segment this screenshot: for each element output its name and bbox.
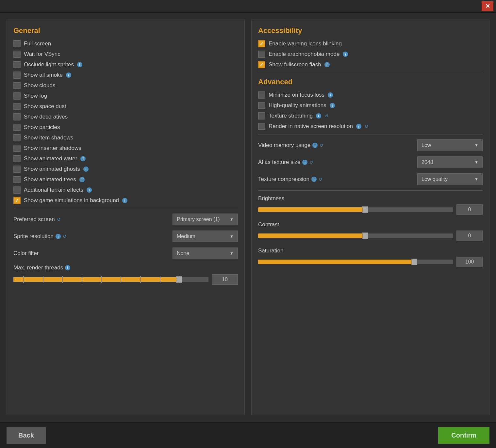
- checkbox-label-additional-terrain-effects: Additional terrain effects: [24, 187, 83, 193]
- advanced-checkboxes: Minimize on focus lossiHigh-quality anim…: [258, 91, 483, 130]
- bottom-bar: Back Confirm: [0, 422, 496, 448]
- preferred-screen-dropdown[interactable]: Primary screen (1) ▼: [173, 214, 238, 225]
- video-memory-dropdown[interactable]: Low ▼: [417, 139, 483, 151]
- texture-compression-dropdown[interactable]: Low quality ▼: [417, 173, 483, 185]
- checkbox-show-animated-water[interactable]: [13, 155, 21, 162]
- checkbox-high-quality-animations[interactable]: [258, 102, 265, 109]
- show-game-simulations-info-icon[interactable]: i: [122, 198, 127, 203]
- saturation-value: 100: [456, 257, 483, 267]
- checkbox-texture-streaming[interactable]: [258, 112, 265, 120]
- checkbox-show-animated-ghosts[interactable]: [13, 166, 21, 173]
- checkbox-row-show-clouds: Show clouds: [13, 82, 238, 89]
- confirm-button[interactable]: Confirm: [438, 427, 489, 444]
- minimize-focus-loss-info-icon[interactable]: i: [328, 92, 333, 98]
- checkbox-label-show-animated-ghosts: Show animated ghosts: [24, 166, 80, 172]
- sprite-resolution-refresh-icon[interactable]: ↺: [63, 234, 67, 239]
- saturation-track[interactable]: [258, 260, 453, 264]
- texture-compression-refresh-icon[interactable]: ↺: [319, 177, 322, 182]
- checkbox-label-enable-warning-icons: Enable warning icons blinking: [269, 40, 342, 47]
- video-memory-row: Video memory usage i ↺ Low ▼: [258, 139, 483, 151]
- contrast-thumb[interactable]: [362, 232, 368, 239]
- checkbox-row-show-decoratives: Show decoratives: [13, 113, 238, 120]
- checkbox-show-clouds[interactable]: [13, 82, 21, 89]
- accessibility-title: Accessibility: [258, 26, 483, 35]
- close-button[interactable]: ✕: [482, 1, 493, 11]
- checkbox-full-screen[interactable]: [13, 40, 21, 47]
- additional-terrain-effects-info-icon[interactable]: i: [87, 187, 92, 193]
- high-quality-animations-info-icon[interactable]: i: [330, 103, 335, 108]
- video-memory-refresh-icon[interactable]: ↺: [320, 143, 323, 148]
- atlas-texture-refresh-icon[interactable]: ↺: [309, 160, 313, 165]
- render-native-resolution-info-icon[interactable]: i: [356, 124, 361, 129]
- enable-arachnophobia-info-icon[interactable]: i: [343, 52, 348, 57]
- max-render-threads-info-icon[interactable]: i: [65, 265, 70, 270]
- saturation-label: Saturation: [258, 248, 483, 254]
- checkbox-show-inserter-shadows[interactable]: [13, 145, 21, 152]
- texture-compression-info-icon[interactable]: i: [311, 177, 317, 182]
- checkbox-row-high-quality-animations: High-quality animationsi: [258, 102, 483, 109]
- texture-streaming-refresh-icon[interactable]: ↺: [324, 113, 328, 119]
- checkbox-minimize-focus-loss[interactable]: [258, 91, 265, 99]
- sprite-resolution-arrow-icon: ▼: [230, 234, 234, 239]
- checkbox-enable-arachnophobia[interactable]: [258, 51, 265, 58]
- tick-1: [23, 276, 24, 283]
- atlas-texture-info-icon[interactable]: i: [302, 160, 307, 165]
- contrast-track[interactable]: [258, 233, 453, 238]
- show-fullscreen-flash-info-icon[interactable]: i: [324, 62, 330, 67]
- checkbox-show-particles[interactable]: [13, 124, 21, 131]
- left-panel: General Full screenWait for VSyncOcclude…: [7, 20, 245, 415]
- sprite-resolution-dropdown[interactable]: Medium ▼: [173, 231, 238, 242]
- color-filter-label: Color filter: [13, 250, 39, 257]
- show-animated-trees-info-icon[interactable]: i: [79, 177, 85, 182]
- checkbox-show-item-shadows[interactable]: [13, 134, 21, 141]
- video-memory-label: Video memory usage i ↺: [258, 142, 323, 149]
- brightness-label: Brightness: [258, 195, 483, 202]
- occlude-light-info-icon[interactable]: i: [77, 62, 82, 67]
- texture-streaming-info-icon[interactable]: i: [316, 113, 321, 119]
- preferred-screen-refresh-icon[interactable]: ↺: [57, 217, 61, 222]
- checkbox-row-show-fullscreen-flash: Show fullscreen flashi: [258, 61, 483, 68]
- sprite-resolution-info-icon[interactable]: i: [56, 234, 61, 239]
- show-animated-ghosts-info-icon[interactable]: i: [83, 167, 89, 172]
- checkbox-show-decoratives[interactable]: [13, 113, 21, 120]
- sprite-resolution-label: Sprite resolution i ↺: [13, 233, 67, 240]
- checkbox-show-all-smoke[interactable]: [13, 72, 21, 79]
- color-filter-dropdown[interactable]: None ▼: [173, 248, 238, 259]
- checkbox-enable-warning-icons[interactable]: [258, 40, 265, 47]
- checkbox-label-occlude-light: Occlude light sprites: [24, 61, 74, 68]
- checkbox-row-show-animated-trees: Show animated treesi: [13, 176, 238, 183]
- checkbox-row-show-game-simulations: Show game simulations in backgroundi: [13, 197, 238, 204]
- brightness-track[interactable]: [258, 207, 453, 212]
- brightness-section: Brightness 0: [258, 195, 483, 215]
- tick-2: [43, 276, 43, 283]
- tick-3: [62, 276, 63, 283]
- saturation-thumb[interactable]: [411, 259, 417, 265]
- checkbox-show-space-dust[interactable]: [13, 103, 21, 110]
- sprite-resolution-row: Sprite resolution i ↺ Medium ▼: [13, 231, 238, 242]
- checkbox-render-native-resolution[interactable]: [258, 123, 265, 130]
- checkbox-row-enable-warning-icons: Enable warning icons blinking: [258, 40, 483, 47]
- back-button[interactable]: Back: [7, 427, 46, 444]
- tick-5: [101, 276, 102, 283]
- checkbox-row-show-inserter-shadows: Show inserter shadows: [13, 145, 238, 152]
- checkbox-occlude-light[interactable]: [13, 61, 21, 68]
- atlas-texture-dropdown[interactable]: 2048 ▼: [417, 156, 483, 168]
- preferred-screen-label: Preferred screen ↺: [13, 216, 61, 223]
- checkbox-show-game-simulations[interactable]: [13, 197, 21, 204]
- render-native-resolution-refresh-icon[interactable]: ↺: [365, 124, 369, 129]
- brightness-thumb[interactable]: [362, 206, 368, 213]
- show-all-smoke-info-icon[interactable]: i: [66, 72, 71, 78]
- max-render-threads-track[interactable]: [13, 277, 208, 282]
- checkbox-label-show-animated-water: Show animated water: [24, 155, 77, 162]
- checkbox-show-fullscreen-flash[interactable]: [258, 61, 265, 68]
- checkbox-vsync[interactable]: [13, 51, 21, 58]
- checkbox-show-animated-trees[interactable]: [13, 176, 21, 183]
- max-render-threads-thumb[interactable]: [176, 276, 182, 283]
- checkbox-additional-terrain-effects[interactable]: [13, 186, 21, 194]
- checkbox-show-fog[interactable]: [13, 92, 21, 100]
- show-animated-water-info-icon[interactable]: i: [80, 156, 86, 161]
- checkbox-row-show-animated-water: Show animated wateri: [13, 155, 238, 162]
- texture-compression-arrow-icon: ▼: [474, 177, 478, 182]
- checkbox-row-show-all-smoke: Show all smokei: [13, 72, 238, 79]
- video-memory-info-icon[interactable]: i: [312, 143, 318, 148]
